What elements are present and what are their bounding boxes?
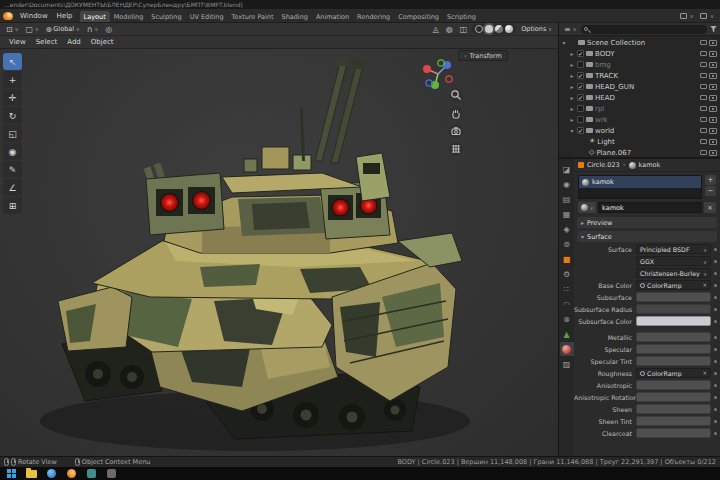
animate-dot-icon[interactable]	[714, 384, 717, 387]
exclude-checkbox[interactable]: ✓	[577, 127, 584, 134]
viewport-3d[interactable]: ↖ + ✛ ↻ ◱ ◉ ✎ ∠ ⊞ ‹ Transform	[0, 49, 558, 456]
file-explorer-icon[interactable]	[22, 468, 40, 479]
scale-tool[interactable]: ◱	[3, 125, 22, 142]
navigation-gizmo[interactable]	[420, 56, 456, 92]
animate-dot-icon[interactable]	[714, 296, 717, 299]
hide-render-icon[interactable]	[709, 128, 717, 134]
properties-tab-object-data[interactable]: ▲	[560, 327, 574, 341]
disclosure-caret[interactable]: ▸	[569, 50, 575, 57]
breadcrumb-object[interactable]: Circle.023	[587, 161, 620, 169]
start-button[interactable]	[2, 468, 20, 479]
sidebar-transform-tab[interactable]: ‹ Transform	[458, 50, 508, 61]
hide-viewport-icon[interactable]	[700, 40, 707, 45]
animate-dot-icon[interactable]	[714, 432, 717, 435]
hide-render-icon[interactable]	[709, 95, 717, 101]
animate-dot-icon[interactable]	[714, 396, 717, 399]
clearcoat-slider[interactable]	[636, 428, 711, 438]
hide-viewport-icon[interactable]	[700, 117, 707, 122]
add-primitive-tool[interactable]: ⊞	[3, 197, 22, 214]
unlink-material-button[interactable]: ✕	[704, 202, 716, 213]
metallic-slider[interactable]	[636, 332, 711, 342]
disclosure-caret[interactable]: ▸	[569, 83, 575, 90]
hide-viewport-icon[interactable]	[700, 139, 707, 144]
properties-tab-constraints[interactable]: ⊗	[560, 312, 574, 326]
menu-object[interactable]: Object	[86, 38, 119, 46]
animate-dot-icon[interactable]	[714, 348, 717, 351]
filter-icon[interactable]	[710, 26, 717, 33]
hide-render-icon[interactable]	[709, 106, 717, 112]
properties-tab-tool[interactable]: ◪	[560, 162, 574, 176]
workspace-tab-compositing[interactable]: Compositing	[394, 11, 443, 22]
material-name-field[interactable]: kamok	[598, 202, 702, 213]
editor-type-button[interactable]: ⊡	[4, 25, 20, 34]
toggle-perspective-icon[interactable]	[449, 142, 463, 156]
disclosure-caret[interactable]: ▸	[569, 94, 575, 101]
distribution-dropdown[interactable]: GGX	[636, 256, 711, 266]
shading-rendered-button[interactable]	[505, 25, 513, 33]
properties-tab-scene[interactable]: ◈	[560, 222, 574, 236]
workspace-tab-animation[interactable]: Animation	[312, 11, 353, 22]
overlays-toggle[interactable]: ◍	[444, 25, 455, 34]
shading-material-button[interactable]	[495, 25, 503, 33]
hide-viewport-icon[interactable]	[700, 84, 707, 89]
workspace-tab-layout[interactable]: Layout	[80, 11, 110, 22]
anisotropic-slider[interactable]	[636, 380, 711, 390]
outliner-row-body[interactable]: ▸ ✓ BODY	[559, 48, 720, 59]
exclude-checkbox[interactable]: ✓	[577, 83, 584, 90]
exclude-checkbox[interactable]: ✓	[577, 50, 584, 57]
mode-selector-button[interactable]: ▢	[23, 25, 40, 34]
hide-render-icon[interactable]	[709, 40, 717, 46]
sheen-slider[interactable]	[636, 404, 711, 414]
hide-viewport-icon[interactable]	[700, 150, 707, 155]
workspace-tab-scripting[interactable]: Scripting	[443, 11, 480, 22]
sheen-tint-slider[interactable]	[636, 416, 711, 426]
outliner-editor-type-button[interactable]: ≡	[562, 25, 578, 34]
hide-render-icon[interactable]	[709, 150, 717, 156]
disclosure-caret[interactable]: ▸	[569, 105, 575, 112]
breadcrumb-material[interactable]: kamok	[639, 161, 661, 169]
workspace-tab-shading[interactable]: Shading	[278, 11, 312, 22]
subsurface-method-dropdown[interactable]: Christensen-Burley	[636, 268, 711, 278]
hide-render-icon[interactable]	[709, 51, 717, 57]
outliner-row-light[interactable]: ☀ Light	[559, 136, 720, 147]
animate-dot-icon[interactable]	[714, 372, 717, 375]
shading-solid-button[interactable]	[485, 25, 493, 33]
exclude-checkbox[interactable]	[577, 116, 584, 123]
outliner-row-wrk[interactable]: ▸ wrk	[559, 114, 720, 125]
outliner-row-track[interactable]: ▸ ✓ TRACK	[559, 70, 720, 81]
hide-viewport-icon[interactable]	[700, 73, 707, 78]
material-slot-item[interactable]: kamok	[579, 176, 701, 188]
remove-material-slot-button[interactable]: −	[705, 186, 716, 196]
select-box-tool[interactable]: ↖	[3, 53, 22, 70]
properties-tab-texture[interactable]: ▨	[560, 357, 574, 371]
workspace-tab-sculpting[interactable]: Sculpting	[147, 11, 185, 22]
properties-tab-output[interactable]: ▤	[560, 192, 574, 206]
transform-tool[interactable]: ◉	[3, 143, 22, 160]
disclosure-caret[interactable]: ▾	[569, 127, 575, 134]
specular-slider[interactable]	[636, 344, 711, 354]
animate-dot-icon[interactable]	[714, 420, 717, 423]
subsurface-color-swatch[interactable]	[636, 316, 711, 326]
subsurface-radius-field[interactable]	[636, 304, 711, 314]
disclosure-caret[interactable]: ▾	[561, 39, 567, 46]
outliner-row-plane-067[interactable]: ◇ Plane.067	[559, 147, 720, 157]
rotate-tool[interactable]: ↻	[3, 107, 22, 124]
hide-render-icon[interactable]	[709, 73, 717, 79]
anisotropic-rotation-slider[interactable]	[636, 392, 711, 402]
proportional-editing-toggle[interactable]: ◎	[103, 25, 114, 34]
properties-tab-physics[interactable]: ◠	[560, 297, 574, 311]
shading-wireframe-button[interactable]	[475, 25, 483, 33]
outliner-row-bmg[interactable]: ▸ bmg	[559, 59, 720, 70]
hide-render-icon[interactable]	[709, 62, 717, 68]
hide-render-icon[interactable]	[709, 84, 717, 90]
hide-viewport-icon[interactable]	[700, 62, 707, 67]
animate-dot-icon[interactable]	[714, 248, 717, 251]
properties-tab-particles[interactable]: ∷	[560, 282, 574, 296]
blender-logo-icon[interactable]	[3, 12, 13, 20]
pan-hand-icon[interactable]	[449, 106, 463, 120]
base-color-node-link[interactable]: ColorRamp✕	[636, 280, 711, 290]
remove-link-icon[interactable]: ✕	[702, 282, 707, 288]
menu-view[interactable]: View	[4, 38, 31, 46]
browser-icon[interactable]	[42, 468, 60, 479]
app-icon-4[interactable]	[82, 468, 100, 479]
